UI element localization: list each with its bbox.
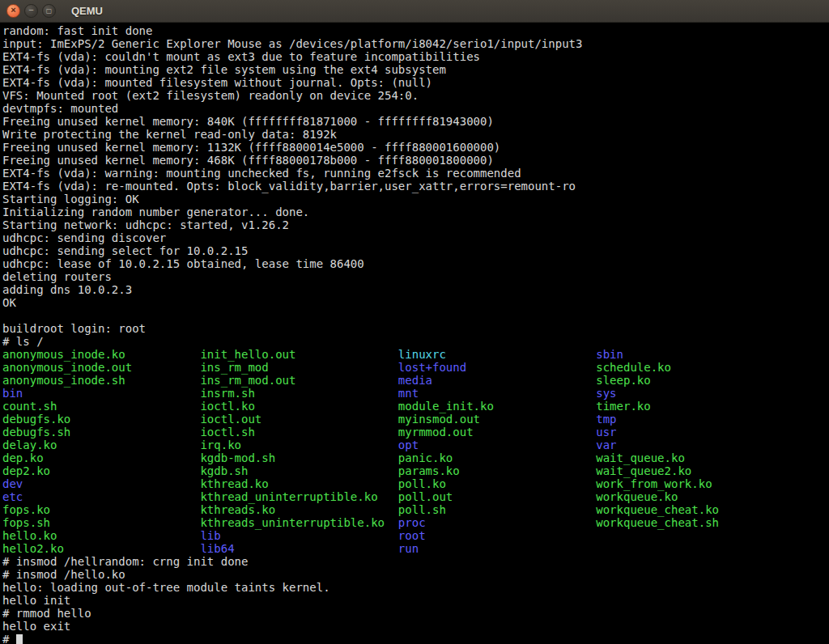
qemu-window: × − ▢ QEMU random: fast init doneinput: … <box>0 0 829 644</box>
terminal[interactable]: random: fast init doneinput: ImExPS/2 Ge… <box>0 23 829 644</box>
terminal-line: buildroot login: root <box>2 322 829 335</box>
terminal-line: Freeing unused kernel memory: 840K (ffff… <box>2 115 829 128</box>
terminal-line: dep2.kokgdb.shparams.kowait_queue2.ko <box>2 464 829 477</box>
terminal-line: # rmmod hello <box>2 607 829 620</box>
terminal-line: devkthread.kopoll.kowork_from_work.ko <box>2 477 829 490</box>
close-button[interactable]: × <box>6 4 20 18</box>
ls-entry-dir: media <box>398 374 596 387</box>
ls-entry-file: panic.ko <box>398 451 596 464</box>
ls-entry-dir: dev <box>2 477 200 490</box>
terminal-line: hello.kolibroot <box>2 529 829 542</box>
terminal-line: Starting logging: OK <box>2 193 829 205</box>
ls-entry-file: workqueue_cheat.ko <box>596 503 793 516</box>
ls-entry-file: ins_rm_mod <box>200 361 397 374</box>
ls-entry-file: dep.ko <box>2 451 200 464</box>
terminal-line: fops.kokthreads.kopoll.shworkqueue_cheat… <box>2 503 829 516</box>
terminal-line: etckthread_uninterruptible.kopoll.outwor… <box>2 490 829 503</box>
terminal-line <box>2 309 829 322</box>
ls-entry-file: init_hello.out <box>200 348 397 361</box>
terminal-line: udhcpc: sending discover <box>2 231 829 244</box>
terminal-line: hello init <box>2 594 829 607</box>
terminal-line: Starting network: udhcpc: started, v1.26… <box>2 218 829 231</box>
close-icon: × <box>11 6 15 15</box>
ls-entry-file: kthreads_uninterruptible.ko <box>200 516 397 529</box>
terminal-line: input: ImExPS/2 Generic Explorer Mouse a… <box>2 37 829 50</box>
terminal-line: EXT4-fs (vda): warning: mounting uncheck… <box>2 167 829 180</box>
ls-entry-file: delay.ko <box>2 439 200 451</box>
window-title: QEMU <box>71 5 103 17</box>
ls-entry-dir: run <box>398 542 596 555</box>
ls-entry-file: fops.ko <box>2 503 200 516</box>
ls-entry-file: myrmmod.out <box>398 426 596 439</box>
ls-entry-file: poll.out <box>398 490 596 503</box>
ls-entry-file: debugfs.ko <box>2 413 200 426</box>
terminal-line: EXT4-fs (vda): mounted filesystem withou… <box>2 76 829 89</box>
ls-entry-dir: sys <box>596 387 793 400</box>
ls-entry-file: params.ko <box>398 464 596 477</box>
ls-entry-file: ioctl.out <box>200 413 397 426</box>
ls-entry-file: ins_rm_mod.out <box>200 374 397 387</box>
ls-entry-file: hello2.ko <box>2 542 200 555</box>
terminal-line: Freeing unused kernel memory: 1132K (fff… <box>2 141 829 154</box>
terminal-line: # ls / <box>2 335 829 348</box>
ls-entry-file: anonymous_inode.out <box>2 361 200 374</box>
terminal-line: EXT4-fs (vda): mounting ext2 file system… <box>2 63 829 76</box>
terminal-line: EXT4-fs (vda): re-mounted. Opts: block_v… <box>2 180 829 193</box>
ls-entry-dir: lost+found <box>398 361 596 374</box>
ls-entry-dir: sbin <box>596 348 793 361</box>
ls-entry-dir: usr <box>596 426 793 439</box>
terminal-line: debugfs.koioctl.outmyinsmod.outtmp <box>2 413 829 426</box>
ls-entry-file: wait_queue2.ko <box>596 464 793 477</box>
terminal-line: bininsrm.shmntsys <box>2 387 829 400</box>
ls-entry-file: irq.ko <box>200 439 397 451</box>
terminal-line: debugfs.shioctl.shmyrmmod.outusr <box>2 426 829 439</box>
minimize-icon: − <box>28 6 33 15</box>
ls-entry-file: module_init.ko <box>398 400 596 413</box>
terminal-line: Write protecting the kernel read-only da… <box>2 128 829 141</box>
ls-entry-file: dep2.ko <box>2 464 200 477</box>
ls-entry-dir: root <box>398 529 596 542</box>
terminal-line: anonymous_inode.koinit_hello.outlinuxrcs… <box>2 348 829 361</box>
terminal-line: delay.koirq.kooptvar <box>2 439 829 451</box>
terminal-line: Freeing unused kernel memory: 468K (ffff… <box>2 154 829 167</box>
terminal-cursor <box>16 634 23 644</box>
maximize-button[interactable]: ▢ <box>42 4 56 18</box>
titlebar[interactable]: × − ▢ QEMU <box>0 0 829 23</box>
ls-entry-dir: proc <box>398 516 596 529</box>
terminal-line: # <box>2 633 829 644</box>
ls-entry-file: debugfs.sh <box>2 426 200 439</box>
ls-entry-file: myinsmod.out <box>398 413 596 426</box>
terminal-line: anonymous_inode.shins_rm_mod.outmediasle… <box>2 374 829 387</box>
terminal-line: # insmod /hellrandom: crng init done <box>2 555 829 568</box>
ls-entry-file: poll.sh <box>398 503 596 516</box>
terminal-line: anonymous_inode.outins_rm_modlost+founds… <box>2 361 829 374</box>
terminal-line: adding dns 10.0.2.3 <box>2 283 829 296</box>
terminal-line: OK <box>2 296 829 309</box>
ls-entry-file: timer.ko <box>596 400 793 413</box>
terminal-line: VFS: Mounted root (ext2 filesystem) read… <box>2 89 829 102</box>
ls-entry-file: insrm.sh <box>200 387 397 400</box>
terminal-line: deleting routers <box>2 270 829 283</box>
ls-entry-dir: lib64 <box>200 542 397 555</box>
shell-prompt: # <box>2 633 16 644</box>
terminal-line: udhcpc: lease of 10.0.2.15 obtained, lea… <box>2 257 829 270</box>
ls-entry-file: wait_queue.ko <box>596 451 793 464</box>
ls-entry-dir: lib <box>200 529 397 542</box>
terminal-line: hello: loading out-of-tree module taints… <box>2 581 829 594</box>
ls-entry-file: kthread.ko <box>200 477 397 490</box>
ls-entry-dir: opt <box>398 439 596 451</box>
terminal-line: EXT4-fs (vda): couldn't mount as ext3 du… <box>2 50 829 63</box>
ls-entry-dir: tmp <box>596 413 793 426</box>
terminal-line: # insmod /hello.ko <box>2 568 829 581</box>
terminal-line: devtmpfs: mounted <box>2 102 829 115</box>
ls-entry-file: workqueue.ko <box>596 490 793 503</box>
ls-entry-file: poll.ko <box>398 477 596 490</box>
terminal-line: count.shioctl.komodule_init.kotimer.ko <box>2 400 829 413</box>
ls-entry-file: fops.sh <box>2 516 200 529</box>
ls-entry-file: anonymous_inode.ko <box>2 348 200 361</box>
ls-entry-file: hello.ko <box>2 529 200 542</box>
terminal-line: dep.kokgdb-mod.shpanic.kowait_queue.ko <box>2 451 829 464</box>
ls-entry-file: ioctl.ko <box>200 400 397 413</box>
ls-entry-file: ioctl.sh <box>200 426 397 439</box>
minimize-button[interactable]: − <box>24 4 38 18</box>
